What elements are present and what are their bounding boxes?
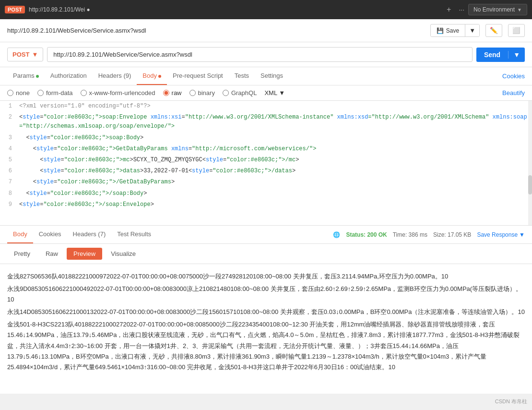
code-line: 1<?xml version="1.0" encoding="utf-8"?> (0, 101, 532, 112)
line-content: <style="color:#e8603c;">/soap:Body> (17, 188, 532, 199)
editor-scrollbar-thumb[interactable] (528, 175, 532, 194)
save-button[interactable]: 💾 Save (431, 25, 465, 36)
body-type-x-www[interactable]: x-www-form-urlencoded (81, 89, 155, 96)
send-button-group[interactable]: Send ▼ (476, 48, 525, 62)
line-number: 9 (0, 199, 17, 209)
body-type-form-data-radio[interactable] (37, 90, 44, 96)
method-badge: POST (5, 6, 25, 13)
method-selector[interactable]: POST ▼ (7, 48, 43, 61)
params-dot (36, 75, 39, 78)
code-line: 2<style="color:#e8603c;">soap:Envelope x… (0, 112, 532, 132)
body-type-raw[interactable]: raw (163, 89, 182, 96)
response-line: 金浅827S06536队401882221000972022-07-01T00:… (7, 271, 525, 282)
copy-button[interactable]: ⬜ (508, 24, 525, 37)
environment-selector[interactable]: No Environment ▼ (468, 4, 527, 15)
view-tab-raw[interactable]: Raw (39, 248, 65, 260)
line-number: 3 (0, 133, 17, 143)
line-number: 6 (0, 166, 17, 176)
tab-tests[interactable]: Tests (229, 67, 255, 85)
more-tabs-button[interactable]: ··· (459, 6, 464, 13)
view-tab-preview[interactable]: Preview (67, 248, 102, 260)
code-line: 7 <style="color:#e8603c;">/GetDataByPara… (0, 177, 532, 188)
line-number: 4 (0, 144, 17, 154)
url-input[interactable] (47, 47, 473, 62)
send-label: Send (476, 51, 508, 59)
method-label: POST (12, 51, 29, 58)
save-label: Save (446, 27, 459, 34)
url-display-text: http://10.89.2.101/WebService/Service.as… (7, 27, 146, 34)
env-label: No Environment (473, 6, 515, 13)
xml-chevron-icon: ▼ (279, 89, 285, 96)
line-content: <style="color:#e8603c;">/soap:Envelope> (17, 199, 532, 210)
tab-headers[interactable]: Headers (9) (93, 67, 137, 85)
response-tabs-bar: Body Cookies Headers (7) Test Results 🌐 … (0, 226, 532, 244)
response-area: Body Cookies Headers (7) Test Results 🌐 … (0, 226, 532, 394)
request-bar: POST ▼ Send ▼ (0, 42, 532, 67)
save-button-group: 💾 Save ▼ (430, 24, 480, 37)
code-line: 8 <style="color:#e8603c;">/soap:Body> (0, 188, 532, 199)
xml-format-selector[interactable]: XML ▼ (264, 89, 285, 96)
response-line: 永浅14D0853051606221000132022-07-01T00:00:… (7, 307, 525, 317)
response-line: 永浅9D0853051606221000492022-07-01T00:00:0… (7, 284, 525, 305)
resp-tab-headers[interactable]: Headers (7) (67, 226, 112, 243)
top-bar: POST http://10.89.2.101/Wei ● + ··· No E… (0, 0, 532, 19)
body-type-graphql-radio[interactable] (223, 90, 229, 96)
tab-pre-request[interactable]: Pre-request Script (167, 67, 229, 85)
line-content: <style="color:#e8603c;">mc>SCYX_TO_ZMQ_Z… (17, 155, 532, 166)
code-editor[interactable]: 1<?xml version="1.0" encoding="utf-8"?>2… (0, 101, 532, 226)
line-number: 8 (0, 188, 17, 198)
body-type-graphql[interactable]: GraphQL (223, 89, 257, 96)
code-line: 5 <style="color:#e8603c;">mc>SCYX_TO_ZMQ… (0, 155, 532, 166)
line-number: 2 (0, 112, 17, 122)
body-type-binary-radio[interactable] (189, 90, 196, 96)
body-type-x-www-radio[interactable] (81, 90, 87, 96)
tab-authorization[interactable]: Authorization (45, 67, 93, 85)
save-response-button[interactable]: Save Response ▼ (477, 231, 525, 238)
new-tab-button[interactable]: + (443, 5, 455, 14)
code-line: 4 <style="color:#e8603c;">GetDataByParam… (0, 144, 532, 155)
view-tab-visualize[interactable]: Visualize (104, 248, 142, 260)
globe-icon: 🌐 (333, 231, 340, 238)
request-tabs-bar: Params Authorization Headers (9) Body Pr… (0, 67, 532, 85)
editor-scrollbar[interactable] (528, 101, 532, 225)
env-chevron-icon: ▼ (517, 7, 522, 12)
tab-settings[interactable]: Settings (255, 67, 289, 85)
line-content: <style="color:#e8603c;">soap:Envelope xm… (17, 112, 532, 132)
body-type-bar: none form-data x-www-form-urlencoded raw… (0, 85, 532, 101)
save-dropdown-button[interactable]: ▼ (465, 24, 479, 36)
status-text: Status: 200 OK (346, 231, 387, 238)
size-text: Size: 17.05 KB (433, 231, 471, 238)
view-tab-pretty[interactable]: Pretty (7, 248, 37, 260)
body-type-none[interactable]: none (7, 89, 30, 96)
body-dot (158, 75, 161, 78)
resp-tab-cookies[interactable]: Cookies (33, 226, 67, 243)
tab-params[interactable]: Params (7, 67, 45, 85)
body-type-form-data[interactable]: form-data (37, 89, 73, 96)
edit-button[interactable]: ✏️ (485, 24, 502, 37)
body-type-none-radio[interactable] (7, 90, 13, 96)
tab-body[interactable]: Body (137, 67, 167, 85)
line-content: <style="color:#e8603c;">GetDataByParams … (17, 144, 532, 155)
line-content: <style="color:#e8603c;">datas>33,2022-07… (17, 166, 532, 177)
line-number: 1 (0, 101, 17, 111)
line-number: 5 (0, 155, 17, 165)
line-content: <style="color:#e8603c;">/GetDataByParams… (17, 177, 532, 188)
code-line: 9<style="color:#e8603c;">/soap:Envelope> (0, 199, 532, 210)
view-tabs: Pretty Raw Preview Visualize (0, 244, 532, 264)
url-actions: 💾 Save ▼ ✏️ ⬜ (430, 24, 525, 37)
beautify-button[interactable]: Beautify (502, 89, 525, 96)
line-content: <style="color:#e8603c;">soap:Body> (17, 133, 532, 144)
tab-cookies[interactable]: Cookies (502, 68, 525, 84)
line-number: 7 (0, 177, 17, 187)
line-content: <?xml version="1.0" encoding="utf-8"?> (17, 101, 532, 112)
resp-tab-test-results[interactable]: Test Results (111, 226, 157, 243)
send-dropdown-icon[interactable]: ▼ (508, 51, 525, 59)
body-type-binary[interactable]: binary (189, 89, 215, 96)
response-line: 金浅501-8-H3CS2213队401882221000272022-07-0… (7, 319, 525, 372)
body-type-raw-radio[interactable] (163, 90, 169, 96)
tab-url-label[interactable]: http://10.89.2.101/Wei ● (29, 6, 439, 13)
time-text: Time: 386 ms (393, 231, 427, 238)
resp-tab-body[interactable]: Body (7, 226, 33, 243)
url-display-bar: http://10.89.2.101/WebService/Service.as… (0, 19, 532, 42)
method-chevron-icon: ▼ (32, 51, 38, 58)
